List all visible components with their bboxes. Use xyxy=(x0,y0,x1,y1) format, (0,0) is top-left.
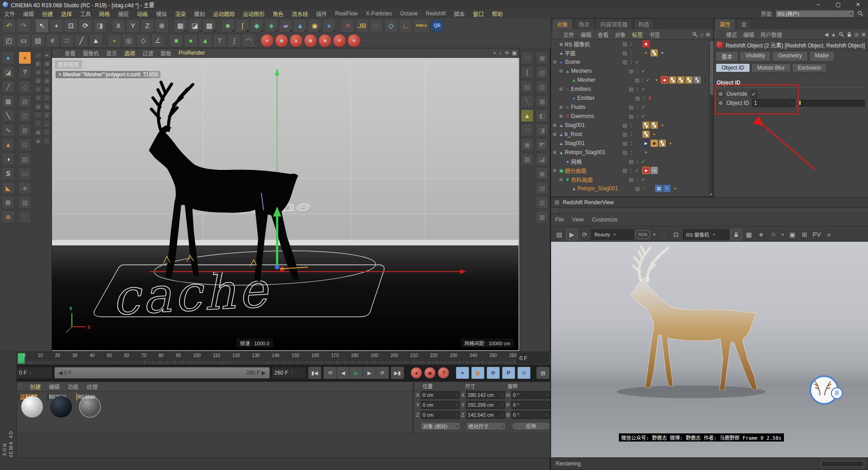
toolbar-icon[interactable]: ■ xyxy=(318,34,332,47)
edit-icon[interactable]: □ xyxy=(43,128,51,136)
tool-icon[interactable]: ▲ xyxy=(2,138,14,151)
object-label[interactable]: Mesher xyxy=(577,77,595,83)
om-menu-item[interactable]: 标签 xyxy=(629,31,646,38)
toolbar-icon[interactable]: ■ xyxy=(170,34,183,47)
restore-button[interactable]: ▢ xyxy=(828,1,848,8)
object-tag-icon[interactable]: ● xyxy=(659,49,666,56)
timeline-tick[interactable]: 50 xyxy=(107,353,112,359)
add-icon[interactable]: ⊞ xyxy=(706,32,710,38)
box-icon[interactable]: ▤ xyxy=(536,182,548,194)
tool-icon[interactable]: ◈ xyxy=(19,182,31,194)
object-tree-row[interactable]: ⊟ ▣ 细分曲面 ▨ : ✓ ◆ ◑ xyxy=(551,166,709,175)
tool-icon[interactable]: + xyxy=(19,52,31,64)
search-icon[interactable] xyxy=(839,32,844,37)
enabled-state-icon[interactable]: ✓ xyxy=(645,77,651,83)
material-menu-item[interactable]: 创建 xyxy=(26,383,45,390)
box-icon[interactable]: ▣ xyxy=(536,52,548,64)
layer-toggle-icon[interactable]: ▨ xyxy=(621,41,629,47)
chevron-down-icon[interactable]: ▾ xyxy=(780,229,786,240)
timeline-tick[interactable]: 210 xyxy=(410,353,418,359)
history-back-icon[interactable]: ◀ xyxy=(825,32,828,38)
edit-icon[interactable]: ◲ xyxy=(43,85,51,93)
timeline-tick[interactable]: 140 xyxy=(272,353,279,359)
tool-icon[interactable]: ╱ xyxy=(2,80,14,93)
material-item[interactable]: RS Mate xyxy=(47,394,75,400)
rv-tool-icon[interactable]: ▦ xyxy=(744,229,755,240)
drag-grip[interactable] xyxy=(716,32,720,37)
keyframe-radio-icon[interactable] xyxy=(717,100,724,106)
tool-icon[interactable]: ◇ xyxy=(19,80,31,93)
visibility-dots[interactable]: : xyxy=(629,50,633,56)
attribute-tab-button[interactable]: 基本 xyxy=(716,51,738,61)
visibility-dots[interactable]: : xyxy=(635,68,640,74)
edit-icon[interactable]: ⊞ xyxy=(34,68,42,76)
home-icon[interactable]: ⌂ xyxy=(700,32,703,37)
rot-b-input[interactable]: 0 °↕ xyxy=(511,411,550,419)
object-tree-row[interactable]: ⊟ ∴ Emitters ▨ : ✓ xyxy=(551,85,709,94)
record-toggle-button[interactable]: ∷ xyxy=(517,367,531,379)
chevron-down-icon[interactable]: ▾ xyxy=(652,229,657,240)
view-control-icon[interactable]: + xyxy=(493,50,495,56)
size-y-input[interactable]: 291.299 cm↕ xyxy=(466,401,505,409)
box-icon[interactable]: ◪ xyxy=(536,153,548,165)
tool-icon[interactable]: ╲ xyxy=(521,95,533,108)
om-menu-item[interactable]: 文件 xyxy=(560,31,577,38)
object-tag-icon[interactable]: * xyxy=(663,185,670,192)
timeline-tick[interactable]: 240 xyxy=(470,353,477,359)
object-tag-icon[interactable]: ◑ xyxy=(651,167,658,174)
timeline-tick[interactable]: 260 xyxy=(509,353,517,359)
edit-icon[interactable]: ▧ xyxy=(43,103,51,110)
enabled-state-icon[interactable]: ✓ xyxy=(640,68,647,74)
tool-icon[interactable]: ▥ xyxy=(19,124,31,136)
object-id-input[interactable]: 1 ↕ xyxy=(752,99,795,107)
object-tag-icon[interactable]: ▤ xyxy=(655,185,662,192)
object-tag-icon[interactable]: ● xyxy=(659,122,666,129)
enabled-state-icon[interactable]: ✓ xyxy=(633,59,641,65)
enabled-state-icon[interactable]: ✓ xyxy=(633,168,641,174)
object-label[interactable]: 网格 xyxy=(571,158,582,165)
enabled-state-icon[interactable]: ✓ xyxy=(640,113,647,119)
enabled-state-icon[interactable]: ✓ xyxy=(640,177,647,183)
frame-range-slider[interactable]: ◀ 0 F 260 F ▶ xyxy=(54,367,270,379)
interface-select[interactable]: RS (用户) ▾ xyxy=(775,10,854,18)
size-mode-select[interactable]: 绝对尺寸▾ xyxy=(466,422,505,430)
tool-icon[interactable]: ◪ xyxy=(2,66,14,79)
edit-icon[interactable]: ◧ xyxy=(34,60,42,67)
om-menu-item[interactable]: 对象 xyxy=(612,31,629,38)
toolbar-icon[interactable]: ▲ xyxy=(293,19,307,33)
tool-icon[interactable]: ∿ xyxy=(2,124,14,136)
tool-icon[interactable]: □ xyxy=(521,52,533,64)
toolbar-icon[interactable]: ▭ xyxy=(17,34,30,47)
object-tree-row[interactable]: ⊞ Ψ Daemons ▨ : ✓ xyxy=(551,112,709,121)
toolbar-icon[interactable]: ◉ xyxy=(304,34,317,47)
timeline-tick[interactable]: 180 xyxy=(351,353,359,359)
menu-item[interactable]: 插件 xyxy=(312,10,331,18)
object-label[interactable]: RS 摄像机 xyxy=(565,40,590,48)
toolbar-icon[interactable]: ● xyxy=(322,19,336,33)
transport-button[interactable]: ◀ xyxy=(336,367,349,379)
panel-tab[interactable]: 构造 xyxy=(633,19,654,29)
start-frame-input[interactable]: 0 F↕ xyxy=(16,367,52,379)
visibility-dots[interactable]: : xyxy=(629,167,633,174)
toolbar-icon[interactable]: ∠ xyxy=(151,34,165,47)
range-right-arrow[interactable]: ▶ xyxy=(262,370,266,376)
object-tag-icon[interactable]: ▚ xyxy=(651,122,658,129)
toolbar-icon[interactable]: ◰ xyxy=(2,34,16,47)
edit-icon[interactable]: ◆ xyxy=(34,137,42,145)
menu-item[interactable]: 帮助 xyxy=(488,10,507,18)
minimize-button[interactable]: – xyxy=(808,1,828,8)
toolbar-icon[interactable]: ∟ xyxy=(399,19,412,33)
rot-p-input[interactable]: 0 °↕ xyxy=(511,401,550,409)
layer-toggle-icon[interactable]: ▨ xyxy=(621,122,629,128)
attribute-tab-button[interactable]: Motion Blur xyxy=(751,63,791,72)
layer-toggle-icon[interactable]: ▨ xyxy=(627,177,635,183)
visibility-dots[interactable]: : xyxy=(641,77,645,83)
edit-icon[interactable]: ▥ xyxy=(43,77,51,85)
toolbar-icon[interactable]: ◠ xyxy=(242,34,255,47)
tool-icon[interactable]: ▦ xyxy=(521,153,533,165)
menu-item[interactable]: 动画 xyxy=(133,10,152,18)
object-tag-icon[interactable]: ▚ xyxy=(659,140,666,147)
object-tag-icon[interactable]: ▚ xyxy=(669,76,676,84)
material-thumbnail[interactable] xyxy=(47,393,48,400)
edit-icon[interactable]: ◡ xyxy=(43,120,51,127)
